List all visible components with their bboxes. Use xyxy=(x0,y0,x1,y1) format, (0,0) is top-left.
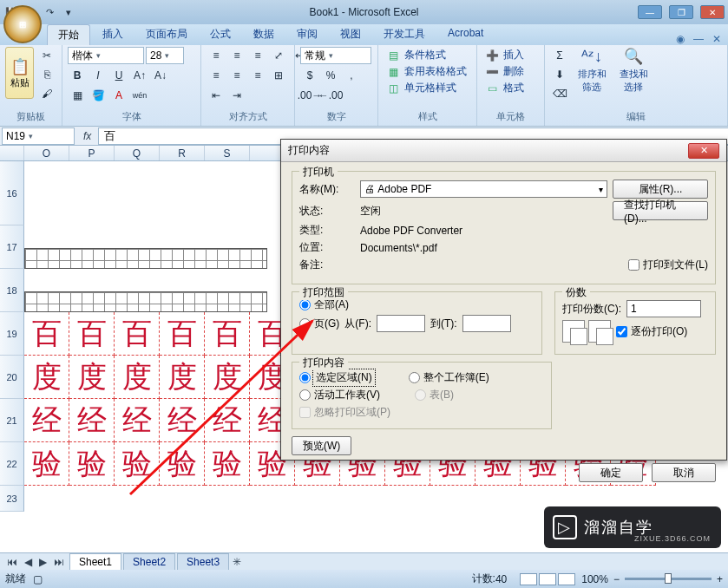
name-box[interactable]: N19 xyxy=(2,127,75,145)
font-color-icon[interactable]: A xyxy=(109,87,128,104)
cells-insert-button[interactable]: ➕插入 xyxy=(482,47,526,63)
char-cell[interactable]: 验 xyxy=(160,442,205,486)
align-left-icon[interactable]: ≡ xyxy=(207,67,226,84)
percent-icon[interactable]: % xyxy=(321,67,340,84)
selection-radio[interactable]: 选定区域(N) xyxy=(299,370,374,385)
select-all-corner[interactable] xyxy=(0,146,24,160)
comma-icon[interactable]: , xyxy=(342,67,361,84)
char-cell[interactable]: 验 xyxy=(69,442,115,486)
align-center-icon[interactable]: ≡ xyxy=(227,67,246,84)
tab-insert[interactable]: 插入 xyxy=(92,24,134,45)
preview-button[interactable]: 预览(W) xyxy=(292,436,351,455)
row-header[interactable]: 18 xyxy=(0,269,24,312)
number-format-combo[interactable]: 常规 xyxy=(300,47,371,64)
printer-properties-button[interactable]: 属性(R)... xyxy=(613,180,708,199)
col-header[interactable]: P xyxy=(69,146,115,160)
new-sheet-icon[interactable]: ✳ xyxy=(229,556,245,568)
row-header[interactable]: 23 xyxy=(0,486,24,512)
sheet-nav-last-icon[interactable]: ⏭ xyxy=(50,556,68,568)
clear-icon[interactable]: ⌫ xyxy=(550,85,569,102)
find-printer-button[interactable]: 查找打印机(D)... xyxy=(613,201,708,220)
cut-icon[interactable]: ✂ xyxy=(37,47,56,64)
printer-name-combo[interactable]: 🖨 Adobe PDF xyxy=(360,180,607,198)
char-cell[interactable]: 经 xyxy=(160,399,205,442)
decrease-indent-icon[interactable]: ⇤ xyxy=(207,87,226,104)
tab-home[interactable]: 开始 xyxy=(47,24,90,45)
char-cell[interactable]: 度 xyxy=(115,356,160,399)
row-header[interactable]: 22 xyxy=(0,442,24,486)
help-icon[interactable]: ◉ xyxy=(676,33,685,45)
char-cell[interactable]: 验 xyxy=(115,442,160,486)
font-size-combo[interactable]: 28 xyxy=(146,47,184,64)
range-from-input[interactable] xyxy=(377,315,425,332)
ignore-print-area-checkbox[interactable]: 忽略打印区域(P) xyxy=(299,405,544,420)
underline-button[interactable]: U xyxy=(109,67,128,84)
row-header[interactable]: 16 xyxy=(0,161,24,225)
char-cell[interactable]: 度 xyxy=(24,356,69,399)
char-cell[interactable]: 百 xyxy=(160,312,205,356)
sheet-nav-prev-icon[interactable]: ◀ xyxy=(21,556,36,568)
char-cell[interactable]: 经 xyxy=(24,399,69,442)
char-cell[interactable]: 百 xyxy=(205,312,250,356)
cell-styles-button[interactable]: ◫单元格样式 xyxy=(384,80,458,96)
zoom-in-icon[interactable]: + xyxy=(717,573,723,585)
range-pages-radio[interactable]: 页(G) xyxy=(299,317,339,331)
zoom-slider[interactable] xyxy=(625,578,712,580)
col-header[interactable]: R xyxy=(160,146,205,160)
qat-redo-icon[interactable]: ↷ xyxy=(42,4,57,20)
grow-font-icon[interactable]: A↑ xyxy=(130,67,149,84)
copy-icon[interactable]: ⎘ xyxy=(37,66,56,83)
char-cell[interactable]: 百 xyxy=(115,312,160,356)
fill-icon[interactable]: ⬇ xyxy=(550,66,569,83)
cells-delete-button[interactable]: ➖删除 xyxy=(482,63,526,80)
align-top-icon[interactable]: ≡ xyxy=(207,47,226,64)
mdi-minimize-icon[interactable]: — xyxy=(693,33,704,45)
copies-input[interactable]: 1 xyxy=(626,300,701,317)
col-header[interactable]: O xyxy=(24,146,69,160)
char-cell[interactable]: 验 xyxy=(24,442,69,486)
fill-color-icon[interactable]: 🪣 xyxy=(89,87,108,104)
view-page-break-icon[interactable] xyxy=(558,573,575,585)
close-button[interactable]: ✕ xyxy=(700,5,725,19)
zoom-out-icon[interactable]: − xyxy=(613,573,620,585)
table-radio[interactable]: 表(B) xyxy=(415,388,454,402)
char-cell[interactable]: 度 xyxy=(205,356,250,399)
cancel-button[interactable]: 取消 xyxy=(652,463,716,482)
tab-acrobat[interactable]: Acrobat xyxy=(437,24,494,45)
view-page-layout-icon[interactable] xyxy=(539,573,556,585)
tab-review[interactable]: 审阅 xyxy=(286,24,328,45)
tab-view[interactable]: 视图 xyxy=(330,24,371,45)
increase-decimal-icon[interactable]: .00→ xyxy=(300,87,319,104)
row-header[interactable]: 19 xyxy=(0,312,24,356)
sheet-tab[interactable]: Sheet3 xyxy=(177,553,229,570)
cells-format-button[interactable]: ▭格式 xyxy=(482,80,526,96)
dialog-close-button[interactable]: ✕ xyxy=(688,143,719,159)
align-bottom-icon[interactable]: ≡ xyxy=(248,47,267,64)
maximize-button[interactable]: ❐ xyxy=(669,5,693,19)
find-select-icon[interactable]: 🔍 xyxy=(624,47,643,66)
minimize-button[interactable]: — xyxy=(638,5,662,19)
tab-page-layout[interactable]: 页面布局 xyxy=(135,24,198,45)
office-button[interactable]: ⊞ xyxy=(3,5,42,43)
col-header[interactable]: S xyxy=(205,146,250,160)
col-header[interactable]: Q xyxy=(115,146,160,160)
fx-icon[interactable]: fx xyxy=(76,130,98,142)
char-cell[interactable]: 经 xyxy=(69,399,115,442)
row-header[interactable]: 20 xyxy=(0,356,24,399)
merge-cells-icon[interactable]: ⊞ xyxy=(269,67,288,84)
char-cell[interactable]: 验 xyxy=(205,442,250,486)
align-right-icon[interactable]: ≡ xyxy=(248,67,267,84)
print-to-file-checkbox[interactable]: 打印到文件(L) xyxy=(628,258,708,272)
tab-data[interactable]: 数据 xyxy=(243,24,285,45)
format-as-table-button[interactable]: ▦套用表格格式 xyxy=(384,63,469,80)
macro-record-icon[interactable]: ▢ xyxy=(33,573,43,585)
view-normal-icon[interactable] xyxy=(520,573,537,585)
decrease-decimal-icon[interactable]: ←.00 xyxy=(321,87,340,104)
char-cell[interactable]: 度 xyxy=(160,356,205,399)
format-painter-icon[interactable]: 🖌 xyxy=(37,85,56,102)
sort-filter-icon[interactable]: ᴬᶻ↓ xyxy=(581,47,602,66)
autosum-icon[interactable]: Σ xyxy=(550,47,569,64)
increase-indent-icon[interactable]: ⇥ xyxy=(227,87,246,104)
ok-button[interactable]: 确定 xyxy=(579,463,643,482)
entire-workbook-radio[interactable]: 整个工作簿(E) xyxy=(409,370,489,385)
